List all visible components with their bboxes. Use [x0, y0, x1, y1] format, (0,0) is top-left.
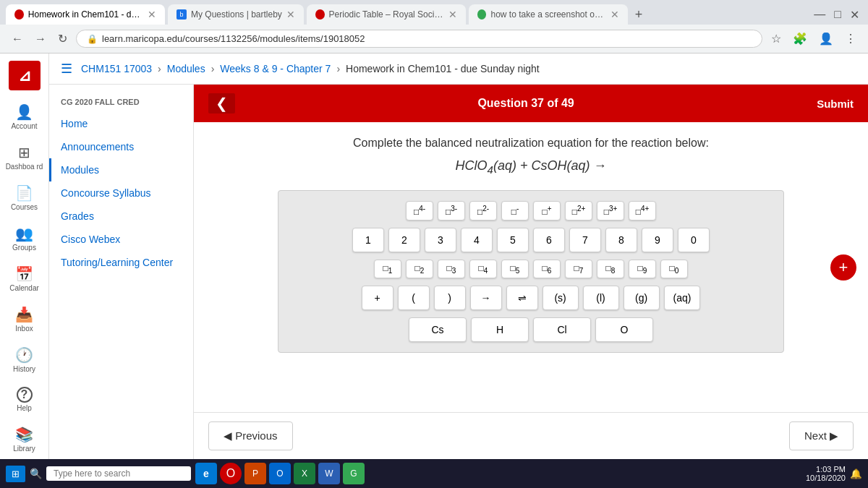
key-2minus[interactable]: □2- [469, 201, 497, 221]
forward-button[interactable]: → [32, 30, 49, 48]
key-sub-1[interactable]: □1 [374, 260, 401, 278]
nav-item-modules[interactable]: Modules [49, 158, 193, 181]
maximize-button[interactable]: □ [831, 5, 844, 25]
key-open-paren[interactable]: ( [398, 286, 430, 310]
breadcrumb-item-2[interactable]: Weeks 8 & 9 - Chapter 7 [220, 63, 331, 74]
key-gas[interactable]: (g) [624, 286, 660, 310]
key-5[interactable]: 5 [497, 228, 529, 252]
key-cl[interactable]: Cl [533, 317, 591, 342]
close-window-button[interactable]: ✕ [847, 5, 862, 25]
sidebar-item-dashboard[interactable]: ⊞ Dashboa rd [0, 138, 48, 177]
new-tab-button[interactable]: + [631, 7, 647, 22]
key-sub-0[interactable]: □0 [660, 260, 688, 278]
symbols-row: + ( ) → ⇌ (s) (l) (g) (aq) [289, 286, 773, 310]
minimize-button[interactable]: — [811, 5, 828, 25]
key-sub-6[interactable]: □6 [533, 260, 561, 278]
sidebar-item-library[interactable]: 📚 Library [0, 420, 48, 459]
reload-button[interactable]: ↻ [55, 29, 70, 48]
key-sub-4[interactable]: □4 [469, 260, 497, 278]
key-1[interactable]: 1 [352, 228, 384, 252]
back-button[interactable]: ← [9, 30, 26, 48]
sidebar-item-groups[interactable]: 👥 Groups [0, 219, 48, 258]
key-sub-3[interactable]: □3 [438, 260, 465, 278]
key-equilibrium[interactable]: ⇌ [506, 286, 538, 310]
key-sub-5[interactable]: □5 [501, 260, 529, 278]
taskbar-excel-icon[interactable]: X [294, 463, 315, 484]
content-panel: CG 2020 FALL CRED Home Announcements Mod… [49, 85, 868, 459]
key-h[interactable]: H [471, 317, 529, 342]
hamburger-menu[interactable]: ☰ [61, 61, 72, 77]
search-button[interactable]: 🔍 [30, 468, 42, 479]
key-0[interactable]: 0 [678, 228, 710, 252]
sidebar-item-courses[interactable]: 📄 Courses [0, 179, 48, 218]
next-button[interactable]: Next ▶ [789, 421, 854, 450]
taskbar-outlook-icon[interactable]: O [269, 463, 291, 484]
key-aqueous[interactable]: (aq) [664, 286, 701, 310]
nav-item-announcements[interactable]: Announcements [49, 135, 193, 158]
extensions-button[interactable]: 🧩 [790, 29, 810, 48]
submit-button[interactable]: Submit [817, 98, 854, 110]
taskbar-powerpoint-icon[interactable]: P [244, 463, 266, 484]
taskbar-search-input[interactable] [46, 466, 191, 481]
bookmark-button[interactable]: ☆ [768, 29, 784, 48]
key-2[interactable]: 2 [388, 228, 420, 252]
key-3minus[interactable]: □3- [438, 201, 465, 221]
key-o[interactable]: O [595, 317, 653, 342]
key-sub-7[interactable]: □7 [565, 260, 592, 278]
nav-item-grades[interactable]: Grades [49, 205, 193, 228]
key-sub-2[interactable]: □2 [406, 260, 433, 278]
tab-2-close[interactable]: ✕ [286, 9, 295, 20]
tab-1[interactable]: Homework in Chem101 - due Su ✕ [6, 4, 165, 25]
key-liquid[interactable]: (l) [583, 286, 619, 310]
tab-3-close[interactable]: ✕ [448, 9, 457, 20]
sidebar-item-account[interactable]: 👤 Account [0, 98, 48, 137]
key-3[interactable]: 3 [425, 228, 456, 252]
menu-button[interactable]: ⋮ [842, 29, 859, 48]
key-minus[interactable]: □- [501, 201, 529, 221]
tab-1-close[interactable]: ✕ [148, 9, 156, 20]
nav-item-cisco[interactable]: Cisco Webex [49, 228, 193, 251]
key-sub-9[interactable]: □9 [629, 260, 656, 278]
previous-button[interactable]: ◀ Previous [208, 421, 293, 450]
quiz-area: ❮ Question 37 of 49 Submit Complete the … [194, 85, 868, 459]
key-3plus[interactable]: □3+ [597, 201, 624, 221]
key-arrow[interactable]: → [470, 286, 502, 310]
key-plus-sup[interactable]: □+ [533, 201, 561, 221]
sidebar-item-calendar[interactable]: 📅 Calendar [0, 260, 48, 299]
key-solid[interactable]: (s) [542, 286, 579, 310]
key-7[interactable]: 7 [569, 228, 601, 252]
tab-4-close[interactable]: ✕ [610, 9, 619, 20]
nav-item-tutoring[interactable]: Tutoring/Learning Center [49, 251, 193, 274]
taskbar-word-icon[interactable]: W [318, 463, 340, 484]
quiz-back-button[interactable]: ❮ [208, 93, 235, 114]
key-plus[interactable]: + [362, 286, 393, 310]
sidebar-item-inbox[interactable]: 📥 Inbox [0, 300, 48, 339]
add-button[interactable]: + [830, 254, 856, 281]
key-9[interactable]: 9 [642, 228, 673, 252]
nav-item-concourse[interactable]: Concourse Syllabus [49, 181, 193, 205]
taskbar-chrome-icon[interactable]: G [343, 463, 365, 484]
profile-button[interactable]: 👤 [816, 29, 836, 48]
sidebar-item-help[interactable]: ? Help [0, 381, 48, 419]
key-close-paren[interactable]: ) [434, 286, 466, 310]
tab-2[interactable]: b My Questions | bartleby ✕ [168, 4, 304, 25]
key-2plus[interactable]: □2+ [565, 201, 592, 221]
key-4plus[interactable]: □4+ [629, 201, 656, 221]
address-bar[interactable]: 🔒 learn.maricopa.edu/courses/1132256/mod… [76, 30, 762, 48]
start-button[interactable]: ⊞ [6, 466, 25, 482]
nav-item-home[interactable]: Home [49, 112, 193, 135]
tab-4[interactable]: how to take a screenshot on an... ✕ [469, 4, 628, 25]
key-8[interactable]: 8 [605, 228, 637, 252]
taskbar-cortana-icon[interactable]: O [220, 463, 242, 484]
key-4[interactable]: 4 [461, 228, 493, 252]
taskbar-edge-icon[interactable]: e [195, 463, 217, 484]
key-4minus[interactable]: □4- [406, 201, 433, 221]
key-cs[interactable]: Cs [409, 317, 467, 342]
breadcrumb-item-0[interactable]: CHM151 17003 [81, 63, 152, 74]
notification-button[interactable]: 🔔 [850, 468, 862, 479]
tab-3[interactable]: Periodic Table – Royal Society of ✕ [307, 4, 466, 25]
breadcrumb-item-1[interactable]: Modules [167, 63, 205, 74]
key-6[interactable]: 6 [533, 228, 565, 252]
sidebar-item-history[interactable]: 🕐 History [0, 341, 48, 380]
key-sub-8[interactable]: □8 [597, 260, 624, 278]
